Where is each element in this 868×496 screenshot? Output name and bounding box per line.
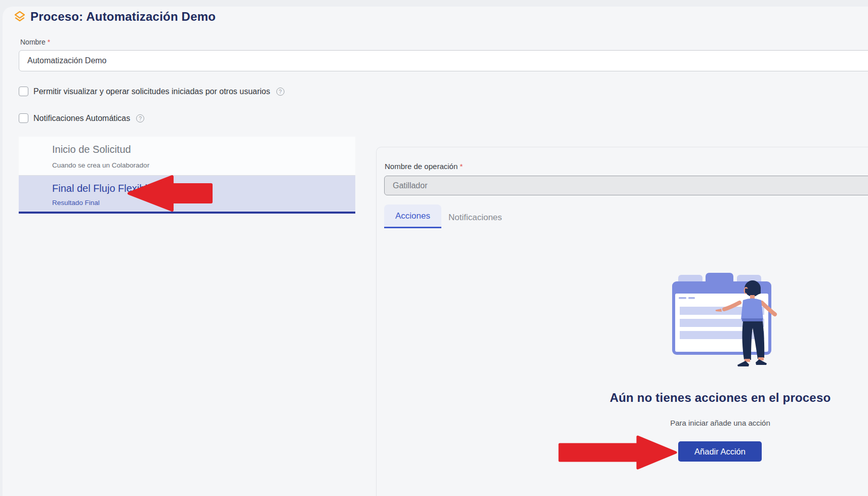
stage-subtitle: Cuando se crea un Colaborador bbox=[52, 161, 345, 169]
tab-bar: Acciones Notificaciones bbox=[384, 204, 513, 228]
empty-state-illustration bbox=[612, 247, 787, 376]
window-dash bbox=[679, 297, 686, 299]
add-action-button[interactable]: Añadir Acción bbox=[678, 441, 762, 462]
red-arrow-left-icon bbox=[127, 174, 214, 213]
tab-acciones[interactable]: Acciones bbox=[384, 204, 441, 228]
process-name-input[interactable] bbox=[19, 50, 868, 71]
empty-state-subtitle: Para iniciar añade una acción bbox=[556, 419, 868, 427]
auto-notifications-checkbox[interactable] bbox=[19, 113, 28, 123]
name-field-label: Nombre * bbox=[20, 38, 50, 46]
main-content-card: Proceso: Automatización Demo Nombre * Pe… bbox=[3, 7, 868, 496]
page-title: Proceso: Automatización Demo bbox=[30, 10, 216, 24]
required-asterisk: * bbox=[48, 38, 50, 46]
help-icon[interactable]: ? bbox=[276, 88, 284, 96]
operation-name-input bbox=[384, 176, 868, 195]
layers-icon bbox=[14, 11, 26, 24]
visibility-checkbox[interactable] bbox=[19, 87, 28, 96]
checkbox-row-visibility: Permitir visualizar y operar solicitudes… bbox=[19, 87, 284, 96]
checkbox-row-notifications: Notificaciones Automáticas ? bbox=[19, 113, 144, 123]
tab-notificaciones[interactable]: Notificaciones bbox=[441, 206, 513, 228]
empty-state-title: Aún no tienes acciones en el proceso bbox=[556, 391, 868, 405]
auto-notifications-checkbox-label: Notificaciones Automáticas bbox=[33, 114, 130, 123]
help-icon[interactable]: ? bbox=[136, 114, 144, 122]
stage-title: Inicio de Solicitud bbox=[52, 144, 345, 155]
required-asterisk: * bbox=[460, 162, 463, 171]
red-arrow-right-icon bbox=[557, 434, 678, 471]
visibility-checkbox-label: Permitir visualizar y operar solicitudes… bbox=[33, 87, 270, 96]
window-dash bbox=[688, 297, 695, 299]
operation-name-label: Nombre de operación * bbox=[385, 162, 463, 171]
stage-item-inicio-de-solicitud[interactable]: Inicio de Solicitud Cuando se crea un Co… bbox=[19, 137, 355, 176]
